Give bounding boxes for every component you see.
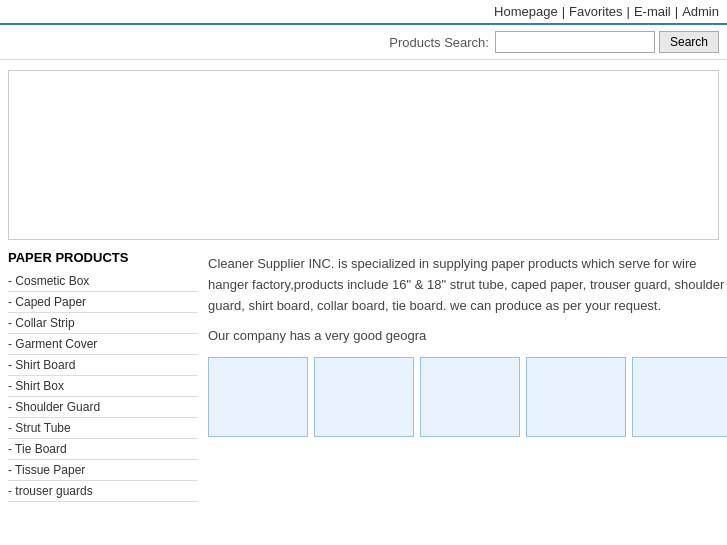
banner-area <box>8 70 719 240</box>
content-area: Cleaner Supplier INC. is specialized in … <box>208 250 727 502</box>
thumbnail-item[interactable] <box>632 357 727 437</box>
sidebar-items: - Cosmetic Box- Caped Paper- Collar Stri… <box>8 271 198 502</box>
sidebar-item[interactable]: - Tie Board <box>8 439 198 460</box>
top-nav: Homepage | Favorites | E-mail | Admin <box>0 0 727 25</box>
sep2: | <box>627 4 630 19</box>
sidebar-item[interactable]: - Tissue Paper <box>8 460 198 481</box>
sep1: | <box>562 4 565 19</box>
search-label: Products Search: <box>389 35 489 50</box>
sidebar-item[interactable]: - trouser guards <box>8 481 198 502</box>
sidebar-item[interactable]: - Collar Strip <box>8 313 198 334</box>
sidebar-item[interactable]: - Shirt Box <box>8 376 198 397</box>
main-layout: PAPER PRODUCTS - Cosmetic Box- Caped Pap… <box>8 250 719 502</box>
sep3: | <box>675 4 678 19</box>
content-paragraph2: Our company has a very good geogra <box>208 326 727 347</box>
thumbnail-row <box>208 357 727 437</box>
sidebar-item[interactable]: - Shoulder Guard <box>8 397 198 418</box>
sidebar: PAPER PRODUCTS - Cosmetic Box- Caped Pap… <box>8 250 198 502</box>
search-button[interactable]: Search <box>659 31 719 53</box>
content-paragraph1: Cleaner Supplier INC. is specialized in … <box>208 254 727 316</box>
thumbnail-item[interactable] <box>208 357 308 437</box>
sidebar-item[interactable]: - Caped Paper <box>8 292 198 313</box>
sidebar-item[interactable]: - Shirt Board <box>8 355 198 376</box>
thumbnail-item[interactable] <box>526 357 626 437</box>
sidebar-item[interactable]: - Garment Cover <box>8 334 198 355</box>
search-input[interactable] <box>495 31 655 53</box>
sidebar-item[interactable]: - Cosmetic Box <box>8 271 198 292</box>
thumbnail-item[interactable] <box>314 357 414 437</box>
sidebar-item[interactable]: - Strut Tube <box>8 418 198 439</box>
homepage-link[interactable]: Homepage <box>494 4 558 19</box>
sidebar-title: PAPER PRODUCTS <box>8 250 198 265</box>
email-link[interactable]: E-mail <box>634 4 671 19</box>
admin-link[interactable]: Admin <box>682 4 719 19</box>
thumbnail-item[interactable] <box>420 357 520 437</box>
favorites-link[interactable]: Favorites <box>569 4 622 19</box>
search-bar: Products Search: Search <box>0 25 727 60</box>
